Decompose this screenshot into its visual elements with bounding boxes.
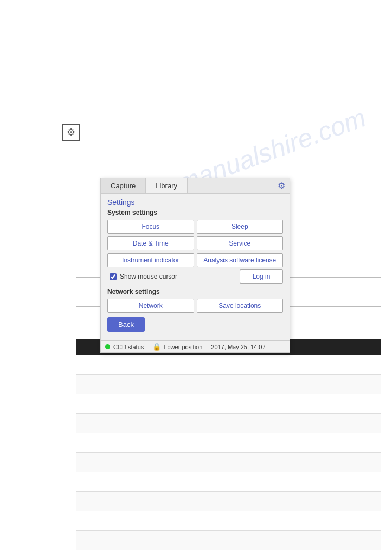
system-buttons-grid: Focus Sleep Date & Time Service Instrume…	[107, 220, 283, 267]
table-row	[76, 394, 381, 413]
tab-bar: Capture Library ⚙	[101, 178, 290, 194]
save-locations-button[interactable]: Save locations	[197, 299, 284, 313]
system-section-label: System settings	[107, 209, 283, 216]
gear-icon[interactable]: ⚙	[62, 124, 80, 141]
settings-window: Capture Library ⚙ Settings System settin…	[100, 178, 290, 353]
table-row	[76, 472, 381, 491]
settings-content: Settings System settings Focus Sleep Dat…	[101, 194, 290, 340]
network-section-label: Network settings	[107, 288, 283, 295]
table-row	[76, 374, 381, 394]
show-mouse-cursor-checkbox[interactable]	[110, 273, 117, 280]
datetime-status: 2017, May 25, 14:07	[211, 344, 265, 350]
bottom-table	[76, 339, 381, 550]
sleep-button[interactable]: Sleep	[197, 220, 284, 234]
instrument-indicator-button[interactable]: Instrument indicator	[107, 253, 194, 267]
status-bar: CCD status 🔒 Lower position 2017, May 25…	[101, 340, 290, 352]
bottom-table-area	[76, 339, 381, 550]
position-status: 🔒 Lower position	[152, 343, 202, 351]
table-row	[76, 355, 381, 374]
table-row	[76, 433, 381, 452]
tab-library[interactable]: Library	[146, 178, 188, 193]
table-row	[76, 452, 381, 472]
table-row	[76, 530, 381, 550]
analysis-software-license-button[interactable]: Analysis software license	[197, 253, 284, 267]
table-row	[76, 511, 381, 530]
settings-title: Settings	[107, 198, 283, 207]
network-button[interactable]: Network	[107, 299, 194, 313]
window-gear-icon[interactable]: ⚙	[278, 181, 285, 191]
show-mouse-cursor-label: Show mouse cursor	[120, 273, 177, 280]
lock-icon: 🔒	[152, 343, 161, 351]
show-mouse-cursor-row: Show mouse cursor Log in	[110, 269, 283, 284]
table-row	[76, 413, 381, 433]
ccd-status: CCD status	[105, 344, 144, 350]
date-time-button[interactable]: Date & Time	[107, 236, 194, 250]
status-dot	[105, 344, 110, 349]
gear-icon-area: ⚙	[62, 124, 80, 141]
log-in-button[interactable]: Log in	[240, 269, 283, 284]
focus-button[interactable]: Focus	[107, 220, 194, 234]
service-button[interactable]: Service	[197, 236, 284, 250]
network-buttons-grid: Network Save locations	[107, 299, 283, 313]
table-row	[76, 491, 381, 511]
back-button[interactable]: Back	[107, 317, 145, 332]
tab-capture[interactable]: Capture	[101, 178, 146, 193]
